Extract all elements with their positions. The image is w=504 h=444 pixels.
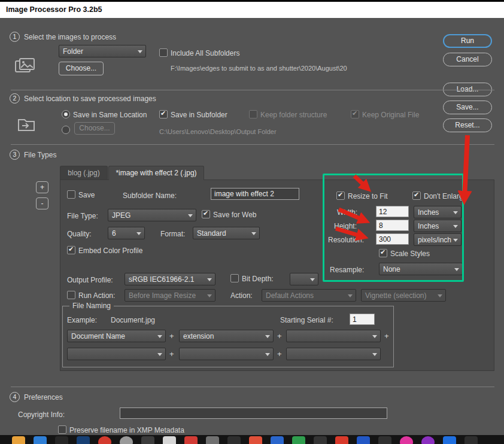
quality-dropdown[interactable]: 6	[108, 227, 145, 239]
remove-file-type-button[interactable]: -	[36, 197, 48, 209]
chevron-down-icon	[453, 239, 458, 242]
taskbar-app-icon[interactable]	[421, 436, 435, 444]
resize-to-fit-label: Resize to Fit	[348, 192, 388, 200]
preserve-xmp-checkbox[interactable]	[58, 425, 66, 434]
resize-to-fit-checkbox[interactable]	[336, 191, 345, 200]
taskbar-app-icon[interactable]	[443, 436, 456, 444]
preserve-xmp-label: Preserve filename in XMP Metadata	[69, 426, 184, 434]
taskbar-app-icon[interactable]	[77, 436, 90, 444]
choose-output-button[interactable]: Choose...	[74, 122, 115, 135]
taskbar-app-icon[interactable]	[184, 436, 198, 444]
output-path: C:\Users\Lenovo\Desktop\Output Folder	[159, 128, 277, 135]
format-dropdown[interactable]: Standard	[193, 227, 260, 239]
taskbar-app-icon[interactable]	[464, 436, 478, 444]
taskbar-app-icon[interactable]	[314, 436, 327, 444]
plus-separator: +	[277, 349, 282, 358]
tab-image-with-effect-2[interactable]: *image with effect 2 (.jpg)	[108, 166, 204, 180]
output-profile-value: sRGB IEC61966-2.1	[129, 275, 194, 284]
run-action-dropdown[interactable]: Before Image Resize	[125, 289, 215, 302]
embed-color-profile-checkbox[interactable]	[67, 246, 75, 254]
chevron-down-icon	[453, 225, 458, 228]
save-in-same-location-radio[interactable]	[62, 110, 70, 118]
subfolder-name-input[interactable]	[211, 188, 299, 200]
save-in-chosen-location-radio[interactable]	[62, 126, 70, 134]
taskbar-app-icon[interactable]	[400, 436, 413, 444]
width-unit-value: Inches	[418, 208, 439, 217]
naming-token-3-dropdown[interactable]	[286, 330, 381, 342]
windows-taskbar[interactable]	[0, 435, 504, 444]
tab-blog[interactable]: blog (.jpg)	[60, 166, 108, 180]
taskbar-app-icon[interactable]	[378, 436, 391, 444]
chevron-down-icon	[207, 294, 212, 297]
keep-original-file-checkbox[interactable]	[351, 110, 359, 118]
reset-button[interactable]: Reset...	[443, 118, 492, 132]
chevron-down-icon	[348, 294, 353, 297]
dont-enlarge-checkbox[interactable]	[412, 191, 421, 200]
resample-value: None	[383, 265, 400, 273]
step1-title: Select the images to process	[24, 33, 116, 41]
divider	[11, 90, 494, 90]
taskbar-app-icon[interactable]	[249, 436, 262, 444]
keep-folder-structure-checkbox[interactable]	[249, 110, 257, 118]
bit-depth-checkbox[interactable]	[230, 274, 239, 282]
plus-separator: +	[169, 349, 174, 358]
save-in-subfolder-checkbox[interactable]	[159, 110, 168, 118]
include-all-subfolders-label: Include All Subfolders	[171, 49, 239, 57]
save-location-icon	[17, 117, 36, 133]
taskbar-app-icon[interactable]	[335, 436, 348, 444]
taskbar-app-icon[interactable]	[357, 436, 370, 444]
source-type-dropdown[interactable]: Folder	[59, 45, 146, 57]
height-unit-dropdown[interactable]: Inches	[414, 220, 462, 232]
height-input[interactable]	[376, 220, 409, 231]
naming-token-6-dropdown[interactable]	[286, 348, 381, 360]
taskbar-app-icon[interactable]	[120, 436, 133, 444]
plus-separator: +	[384, 332, 389, 340]
file-type-dropdown[interactable]: JPEG	[108, 209, 196, 221]
run-action-checkbox[interactable]	[67, 291, 75, 299]
naming-token-2-dropdown[interactable]: extension	[179, 330, 274, 342]
taskbar-app-icon[interactable]	[98, 436, 111, 444]
taskbar-app-icon[interactable]	[141, 436, 154, 444]
taskbar-app-icon[interactable]	[55, 436, 68, 444]
save-for-web-checkbox[interactable]	[202, 210, 210, 218]
bit-depth-dropdown[interactable]	[290, 273, 318, 285]
subfolder-name-label: Subfolder Name:	[123, 191, 177, 200]
taskbar-app-icon[interactable]	[271, 436, 284, 444]
file-type-value: JPEG	[112, 211, 130, 220]
save-checkbox[interactable]	[67, 190, 75, 199]
title-bar[interactable]: Image Processor Pro 3.2b5	[0, 0, 504, 18]
run-button[interactable]: Run	[443, 34, 492, 48]
action-name-dropdown[interactable]: Vignette (selection)	[361, 289, 446, 302]
format-value: Standard	[197, 229, 226, 238]
chevron-down-icon	[372, 353, 377, 356]
taskbar-app-icon[interactable]	[206, 436, 219, 444]
naming-token-4-dropdown[interactable]	[67, 348, 166, 360]
scale-styles-label: Scale Styles	[390, 250, 430, 258]
taskbar-app-icon[interactable]	[34, 436, 47, 444]
width-input[interactable]	[376, 206, 409, 217]
cancel-button[interactable]: Cancel	[443, 53, 492, 66]
choose-source-button[interactable]: Choose...	[59, 62, 104, 75]
naming-token-5-dropdown[interactable]	[179, 348, 274, 360]
chevron-down-icon	[265, 335, 270, 338]
add-file-type-button[interactable]: +	[36, 181, 48, 193]
resolution-unit-dropdown[interactable]: pixels/inch	[414, 233, 462, 246]
source-type-value: Folder	[63, 47, 83, 56]
save-settings-button[interactable]: Save...	[443, 101, 492, 114]
chevron-down-icon	[265, 353, 270, 356]
resample-dropdown[interactable]: None	[379, 263, 463, 275]
taskbar-app-icon[interactable]	[12, 436, 25, 444]
starting-serial-input[interactable]	[350, 314, 375, 325]
resolution-input[interactable]	[376, 233, 409, 245]
action-set-dropdown[interactable]: Default Actions	[262, 289, 356, 302]
copyright-info-input[interactable]	[120, 407, 387, 419]
taskbar-app-icon[interactable]	[163, 436, 176, 444]
bit-depth-label: Bit Depth:	[242, 275, 274, 283]
naming-token-1-dropdown[interactable]: Document Name	[67, 330, 166, 342]
scale-styles-checkbox[interactable]	[379, 249, 387, 257]
width-unit-dropdown[interactable]: Inches	[414, 206, 462, 218]
taskbar-app-icon[interactable]	[227, 436, 241, 444]
taskbar-app-icon[interactable]	[292, 436, 305, 444]
output-profile-dropdown[interactable]: sRGB IEC61966-2.1	[125, 273, 215, 285]
include-all-subfolders-checkbox[interactable]	[159, 48, 168, 57]
